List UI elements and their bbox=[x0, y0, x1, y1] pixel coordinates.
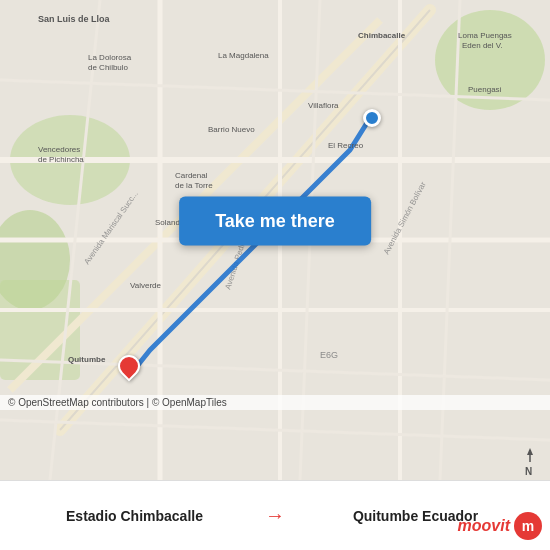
moovit-logo: moovit m bbox=[458, 512, 542, 540]
take-me-there-button[interactable]: Take me there bbox=[179, 196, 371, 245]
svg-text:Puengasi: Puengasi bbox=[468, 85, 502, 94]
svg-text:Chimbacalle: Chimbacalle bbox=[358, 31, 406, 40]
moovit-text: moovit bbox=[458, 517, 510, 535]
svg-text:Barrio Nuevo: Barrio Nuevo bbox=[208, 125, 255, 134]
svg-text:E6G: E6G bbox=[320, 350, 338, 360]
svg-text:Vencedores: Vencedores bbox=[38, 145, 80, 154]
svg-text:Villaflora: Villaflora bbox=[308, 101, 339, 110]
svg-text:Eden del V.: Eden del V. bbox=[462, 41, 503, 50]
svg-text:de Chilbulo: de Chilbulo bbox=[88, 63, 129, 72]
svg-text:La Magdalena: La Magdalena bbox=[218, 51, 269, 60]
svg-text:San Luis de Lloa: San Luis de Lloa bbox=[38, 14, 111, 24]
svg-text:de Pichincha: de Pichincha bbox=[38, 155, 84, 164]
map-container: Avenida Mariscal Succ... Avenida Pedro V… bbox=[0, 0, 550, 480]
svg-text:Quitumbe: Quitumbe bbox=[68, 355, 106, 364]
svg-text:Valverde: Valverde bbox=[130, 281, 162, 290]
copyright-text: © OpenStreetMap contributors | © OpenMap… bbox=[8, 397, 227, 408]
svg-text:N: N bbox=[525, 466, 532, 477]
svg-text:de la Torre: de la Torre bbox=[175, 181, 213, 190]
destination-marker bbox=[118, 355, 140, 377]
svg-text:La Dolorosa: La Dolorosa bbox=[88, 53, 132, 62]
origin-station-label: Estadio Chimbacalle bbox=[16, 508, 253, 524]
origin-marker bbox=[363, 109, 381, 127]
svg-text:El Recreo: El Recreo bbox=[328, 141, 364, 150]
copyright-bar: © OpenStreetMap contributors | © OpenMap… bbox=[0, 395, 550, 410]
svg-text:Loma Puengas: Loma Puengas bbox=[458, 31, 512, 40]
info-bar: Estadio Chimbacalle → Quitumbe Ecuador m… bbox=[0, 480, 550, 550]
svg-text:Cardenal: Cardenal bbox=[175, 171, 208, 180]
direction-arrow-icon: → bbox=[265, 504, 285, 527]
moovit-icon: m bbox=[514, 512, 542, 540]
